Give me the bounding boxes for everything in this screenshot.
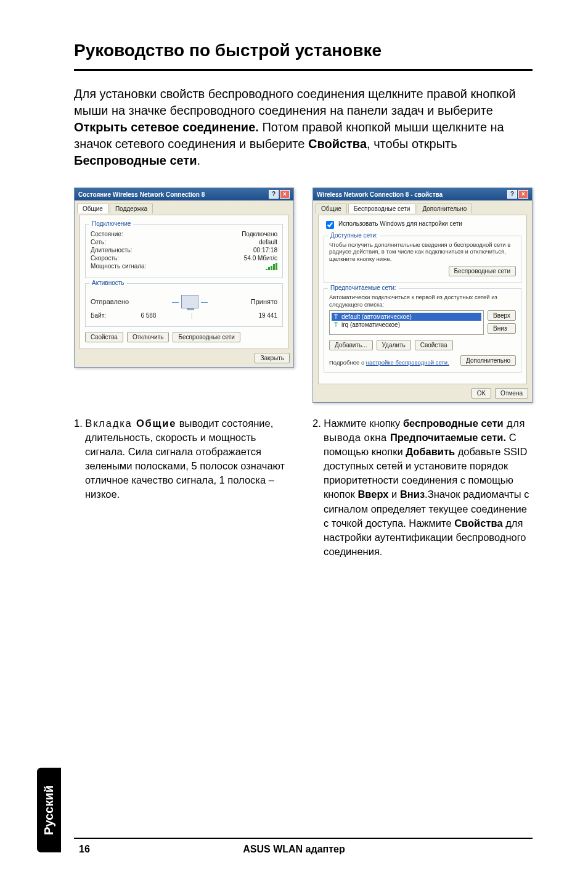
bytes-recv: 19 441 — [192, 312, 277, 319]
state-value: Подключено — [242, 231, 277, 237]
ok-button[interactable]: OK — [472, 388, 491, 398]
c2-b3: Добавить — [406, 446, 455, 457]
caption-1-bold: Общие — [136, 418, 176, 429]
close-icon[interactable]: × — [280, 190, 290, 199]
c2-b2: Предпочитаемые сети. — [390, 432, 506, 443]
available-text: Чтобы получить дополнительные сведения о… — [329, 241, 516, 262]
signal-bars-icon — [266, 263, 277, 270]
title-divider — [74, 69, 533, 71]
preferred-text: Автоматически подключиться к первой из д… — [329, 294, 516, 308]
cancel-button[interactable]: Отмена — [495, 388, 528, 398]
intro-bold-wireless: Беспроводные сети — [74, 154, 197, 167]
speed-value: 54.0 Мбит/с — [244, 255, 277, 262]
duration-value: 00:17:18 — [253, 247, 277, 254]
caption-2: 2. Нажмите кнопку беспроводные сети для … — [312, 416, 533, 559]
footer-divider — [74, 838, 533, 839]
tab-advanced[interactable]: Дополнительно — [417, 204, 472, 213]
move-down-button[interactable]: Вниз — [488, 323, 516, 334]
antenna-icon — [333, 313, 339, 320]
tab-general[interactable]: Общие — [77, 204, 108, 213]
window2-title: Wireless Network Connection 8 - свойства — [317, 191, 443, 198]
screenshot-status-window: Состояние Wireless Network Connection 8 … — [74, 188, 294, 403]
intro-text-3: , чтобы открыть — [367, 137, 457, 151]
intro-bold-props: Свойства — [308, 137, 367, 151]
group-available-title: Доступные сети: — [328, 232, 380, 239]
disable-button[interactable]: Отключить — [127, 332, 169, 342]
more-info-text: Подробнее о настройке беспроводной сети. — [329, 359, 449, 366]
move-up-button[interactable]: Вверх — [488, 310, 516, 321]
network-value: default — [259, 239, 277, 245]
close-icon[interactable]: × — [518, 190, 528, 199]
c2-a: Нажмите кнопку — [324, 418, 403, 429]
c2-b5: Вниз — [400, 489, 425, 500]
use-windows-label: Использовать Windows для настройки сети — [338, 220, 462, 227]
page-title: Руководство по быстрой установке — [74, 41, 533, 60]
properties-button[interactable]: Свойства — [85, 332, 123, 342]
intro-paragraph: Для установки свойств беспроводного соед… — [74, 86, 533, 169]
intro-bold-open: Открыть сетевое соединение. — [74, 120, 259, 134]
group-connection-title: Подключение — [89, 220, 133, 227]
intro-text: Для установки свойств беспроводного соед… — [74, 87, 516, 117]
advanced-button[interactable]: Дополнительно — [460, 355, 516, 366]
remove-button[interactable]: Удалить — [377, 340, 411, 350]
recv-label: Принято — [251, 298, 277, 305]
more-info-link[interactable]: настройке беспроводной сети. — [366, 359, 449, 366]
list-item[interactable]: default (автоматическое) — [332, 313, 481, 321]
strength-label: Мощность сигнала: — [91, 263, 146, 270]
c2-b4: Вверх — [357, 489, 388, 500]
caption-1-number: 1. — [74, 418, 85, 429]
network-properties-button[interactable]: Свойства — [415, 340, 453, 350]
group-preferred-title: Предпочитаемые сети: — [328, 284, 399, 291]
screenshot-properties-window: Wireless Network Connection 8 - свойства… — [312, 188, 533, 403]
c2-b1: беспроводные сети — [403, 418, 504, 429]
arrow-in-icon: — — [201, 298, 208, 305]
help-icon[interactable]: ? — [269, 190, 279, 199]
use-windows-checkbox-input[interactable] — [326, 221, 334, 229]
group-activity-title: Активность — [89, 279, 127, 286]
c2-f: и — [388, 489, 399, 500]
intro-text-4: . — [197, 154, 200, 167]
antenna-icon — [333, 321, 339, 328]
network-item-label: default (автоматическое) — [341, 313, 412, 320]
network-label: Сеть: — [91, 239, 106, 245]
sent-label: Отправлено — [91, 298, 129, 305]
use-windows-checkbox[interactable]: Использовать Windows для настройки сети — [324, 220, 521, 231]
caption-1: 1. Вкладка Общие выводит состояние, длит… — [74, 416, 294, 559]
tab-general-2[interactable]: Общие — [316, 204, 347, 213]
duration-label: Длительность: — [91, 247, 133, 254]
arrow-out-icon: — — [172, 298, 179, 305]
list-item[interactable]: irq (автоматическое) — [332, 321, 481, 329]
preferred-networks-list[interactable]: default (автоматическое) irq (автоматиче… — [329, 310, 484, 335]
help-icon[interactable]: ? — [507, 190, 517, 199]
tab-support[interactable]: Поддержка — [110, 204, 153, 213]
network-item-label: irq (автоматическое) — [341, 321, 400, 328]
bytes-sent: 6 588 — [106, 312, 191, 319]
view-wireless-button[interactable]: Беспроводные сети — [449, 266, 516, 276]
caption-1-text-a: Вкладка — [85, 418, 136, 429]
wireless-networks-button[interactable]: Беспроводные сети — [173, 332, 240, 342]
tab-wireless-networks[interactable]: Беспроводные сети — [348, 204, 415, 213]
bytes-label: Байт: — [91, 312, 106, 319]
window1-title: Состояние Wireless Network Connection 8 — [78, 191, 205, 198]
caption-2-number: 2. — [312, 418, 324, 429]
footer-center-text: ASUS WLAN адаптер — [0, 844, 588, 855]
close-button[interactable]: Закрыть — [255, 353, 290, 363]
state-label: Состояние: — [91, 231, 123, 237]
computer-icon — [181, 295, 198, 308]
language-tab: Русский — [37, 768, 61, 852]
speed-label: Скорость: — [91, 255, 119, 262]
add-button[interactable]: Добавить... — [329, 340, 373, 350]
c2-b6: Свойства — [454, 518, 502, 529]
caption-1-text-b: выводит состояние, длительность, скорост… — [85, 418, 285, 500]
